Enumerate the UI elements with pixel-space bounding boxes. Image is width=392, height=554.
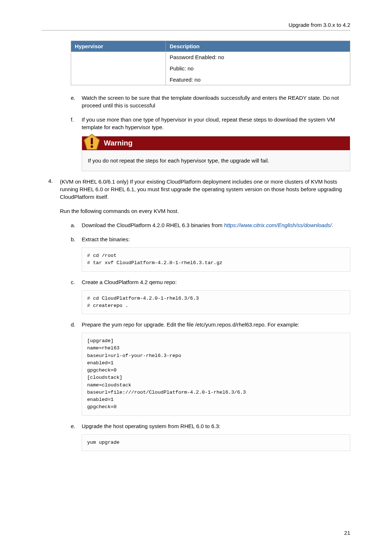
step-text: Watch the screen to be sure that the tem…	[82, 95, 339, 108]
svg-point-2	[91, 145, 93, 148]
page-header: Upgrade from 3.0.x to 4.2	[42, 22, 350, 30]
marker: 4.	[48, 178, 53, 184]
substep-e: e. Upgrade the host operating system fro…	[71, 422, 350, 451]
substep-a-post: .	[332, 222, 333, 228]
cell-line: Public: no	[170, 65, 346, 71]
marker: d.	[71, 321, 75, 328]
step-4: 4. (KVM on RHEL 6.0/6.1 only) If your ex…	[42, 178, 350, 451]
marker: e.	[71, 422, 75, 430]
content: Hypervisor Description Password Enabled:…	[42, 41, 350, 451]
step-text: If you use more than one type of hypervi…	[82, 116, 335, 130]
cell-hypervisor	[71, 52, 166, 85]
code-block-extract: # cd /root # tar xvf CloudPlatform-4.2.0…	[82, 247, 350, 272]
step4-substeps: a. Download the CloudPlatform 4.2.0 RHEL…	[71, 221, 350, 451]
warning-body: If you do not repeat the steps for each …	[82, 150, 350, 171]
marker: c.	[71, 278, 75, 286]
code-block-repo: [upgrade] name=rhel63 baseurl=url-of-you…	[82, 333, 350, 416]
substep-c-text: Create a CloudPlatform 4.2 qemu repo:	[82, 279, 177, 285]
page-number: 21	[344, 530, 350, 536]
step4-intro: (KVM on RHEL 6.0/6.1 only) If your exist…	[60, 178, 350, 201]
table-row: Password Enabled: no Public: no Featured…	[71, 52, 350, 85]
step4-run: Run the following commands on every KVM …	[60, 207, 350, 215]
th-hypervisor: Hypervisor	[71, 41, 166, 52]
substep-e-text: Upgrade the host operating system from R…	[82, 423, 220, 429]
marker: b.	[71, 235, 75, 243]
substep-a-pre: Download the CloudPlatform 4.2.0 RHEL 6.…	[82, 222, 224, 228]
svg-rect-1	[91, 138, 93, 144]
cell-line: Featured: no	[170, 77, 346, 83]
substep-d: d. Prepare the yum repo for upgrade. Edi…	[71, 321, 350, 416]
code-block-qemu: # cd CloudPlatform-4.2.0-1-rhel6.3/6.3 #…	[82, 290, 350, 315]
substep-d-text: Prepare the yum repo for upgrade. Edit t…	[82, 321, 299, 328]
steps-ef: e. Watch the screen to be sure that the …	[71, 94, 350, 171]
substep-b-text: Extract the binaries:	[82, 236, 130, 242]
cell-line: Password Enabled: no	[170, 54, 346, 60]
step-f: f. If you use more than one type of hype…	[71, 116, 350, 171]
substep-c: c. Create a CloudPlatform 4.2 qemu repo:…	[71, 278, 350, 315]
marker: e.	[71, 94, 75, 102]
marker: a.	[71, 221, 75, 229]
download-link[interactable]: https://www.citrix.com/English/ss/downlo…	[224, 222, 332, 228]
hypervisor-table: Hypervisor Description Password Enabled:…	[71, 41, 350, 85]
substep-a: a. Download the CloudPlatform 4.2.0 RHEL…	[71, 221, 350, 229]
page: Upgrade from 3.0.x to 4.2 Hypervisor Des…	[0, 0, 392, 451]
step-e: e. Watch the screen to be sure that the …	[71, 94, 350, 109]
cell-description: Password Enabled: no Public: no Featured…	[166, 52, 350, 85]
warning-title: Warning	[104, 139, 132, 147]
warning-icon	[83, 133, 101, 153]
warning-head: Warning	[82, 136, 350, 150]
marker: f.	[71, 116, 74, 123]
substep-b: b. Extract the binaries: # cd /root # ta…	[71, 235, 350, 272]
code-block-upgrade: yum upgrade	[82, 434, 350, 451]
th-description: Description	[166, 41, 350, 52]
warning-admonition: Warning If you do not repeat the steps f…	[82, 136, 350, 171]
